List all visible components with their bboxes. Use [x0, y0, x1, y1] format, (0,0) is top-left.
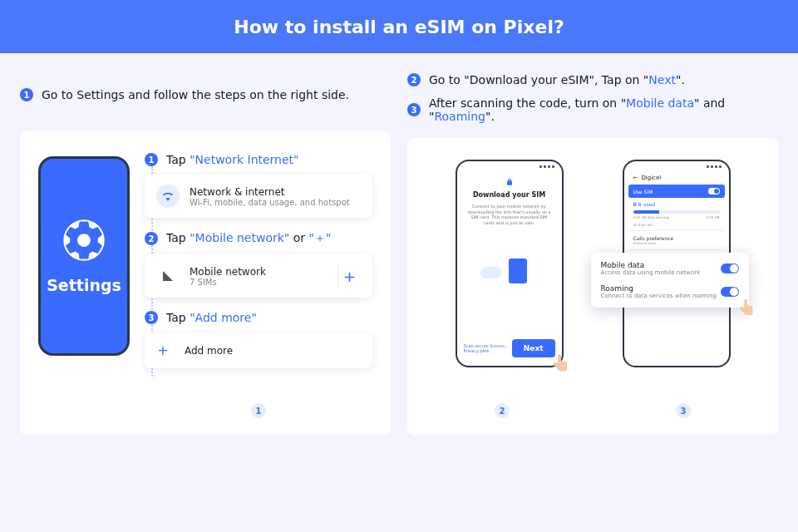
back-icon[interactable]: ← — [633, 175, 638, 181]
panel-badge-3: 3 — [676, 403, 691, 418]
card-sub: Wi-Fi, mobile, data usage, and hotspot — [190, 198, 350, 207]
carrier-name: Digicel — [641, 175, 661, 181]
left-intro: 1 Go to Settings and follow the steps on… — [20, 73, 391, 116]
plus-icon: + — [156, 342, 170, 358]
network-internet-card[interactable]: Network & internet Wi-Fi, mobile, data u… — [145, 175, 372, 218]
panel-badge-2: 2 — [495, 403, 510, 418]
list-item[interactable]: Calls preferenceChina Unicom — [628, 230, 725, 249]
phone-sim-settings: ←Digicel Use SIM 0 B used 2.00 GB data w… — [623, 160, 731, 367]
sim-illustration — [480, 259, 539, 292]
left-panel: Settings 1 Tap "Network Internet" Networ… — [20, 131, 391, 435]
roaming-toggle[interactable]: RoamingConnect to data services when roa… — [601, 284, 739, 299]
hand-pointer-icon — [550, 352, 572, 377]
step-num: 3 — [145, 311, 158, 324]
dl-desc: Connect to your mobile network by downlo… — [466, 204, 553, 225]
mobile-network-card[interactable]: Mobile network 7 SIMs + — [145, 254, 372, 298]
data-usage-bar — [633, 210, 720, 214]
step-badge-2: 2 — [407, 73, 421, 86]
mobile-data-toggle[interactable]: Mobile dataAccess data using mobile netw… — [601, 261, 739, 276]
header: How to install an eSIM on Pixel? — [0, 0, 798, 53]
card-title: Network & internet — [190, 186, 350, 198]
step-badge-1: 1 — [20, 88, 33, 101]
card-title: Add more — [185, 345, 233, 357]
add-more-card[interactable]: + Add more — [145, 332, 372, 368]
signal-icon — [156, 264, 180, 288]
toggles-popup: Mobile dataAccess data using mobile netw… — [591, 253, 749, 308]
phone-label: Settings — [47, 276, 121, 294]
toggle-on-icon — [721, 264, 739, 273]
phone-download-sim: Download your SIM Connect to your mobile… — [456, 160, 564, 367]
step-2: 2 Tap "Mobile network" or "＋" Mobile net… — [145, 231, 372, 298]
right-panel: Download your SIM Connect to your mobile… — [407, 138, 778, 435]
step-3: 3 Tap "Add more" + Add more — [145, 311, 372, 368]
step-num: 2 — [145, 232, 158, 245]
right-intro: 2 Go to "Download your eSIM", Tap on "Ne… — [407, 73, 778, 123]
toggle-on-icon — [721, 287, 739, 297]
page-title: How to install an eSIM on Pixel? — [234, 17, 564, 37]
step-num: 1 — [145, 153, 158, 166]
card-sub: 7 SIMs — [190, 278, 266, 287]
next-button[interactable]: Next — [512, 339, 555, 357]
use-sim-toggle[interactable]: Use SIM — [628, 185, 725, 198]
panel-badge-1: 1 — [251, 403, 266, 418]
dl-footer-link[interactable]: Scan secure license, Privacy path — [464, 343, 512, 353]
toggle-on-icon — [708, 188, 720, 195]
add-sim-button[interactable]: + — [337, 264, 361, 288]
wifi-icon — [156, 185, 180, 208]
left-intro-text: Go to Settings and follow the steps on t… — [42, 88, 349, 101]
lock-icon — [505, 178, 514, 186]
step-1: 1 Tap "Network Internet" Network & inter… — [145, 153, 372, 218]
dl-title: Download your SIM — [473, 191, 545, 199]
card-title: Mobile network — [190, 266, 266, 278]
hand-pointer-icon — [737, 298, 757, 321]
phone-settings: Settings — [38, 156, 130, 356]
gear-icon — [62, 218, 106, 263]
step-badge-3: 3 — [407, 103, 421, 116]
